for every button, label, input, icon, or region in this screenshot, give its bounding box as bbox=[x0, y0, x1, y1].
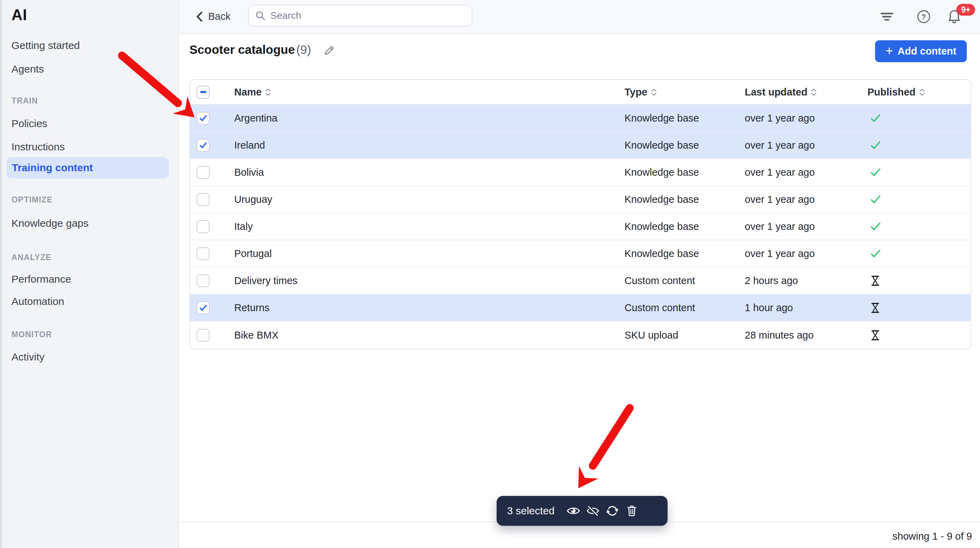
delete-button[interactable] bbox=[622, 501, 641, 521]
page-title: Scooter catalogue bbox=[189, 43, 295, 57]
pagination-status: showing 1 - 9 of 9 bbox=[892, 531, 972, 542]
table-row[interactable]: Returns Custom content 1 hour ago bbox=[190, 294, 970, 322]
sidebar-item-instructions[interactable]: Instructions bbox=[0, 135, 178, 158]
row-last-updated: over 1 year ago bbox=[745, 248, 867, 259]
row-last-updated: over 1 year ago bbox=[745, 140, 867, 151]
eye-icon bbox=[566, 505, 581, 516]
selection-toolbar: 3 selected bbox=[496, 496, 668, 526]
sidebar: AI Getting started Agents TRAIN Policies… bbox=[0, 0, 179, 548]
published-check-icon bbox=[870, 194, 881, 205]
table-row[interactable]: Delivery times Custom content 2 hours ag… bbox=[190, 267, 970, 294]
column-header-last-updated[interactable]: Last updated bbox=[745, 86, 867, 98]
edit-title-button[interactable] bbox=[323, 44, 335, 56]
pending-hourglass-icon bbox=[870, 302, 881, 314]
table-row[interactable]: Argentina Knowledge base over 1 year ago bbox=[190, 105, 970, 132]
column-header-published[interactable]: Published bbox=[867, 86, 970, 98]
retrain-button[interactable] bbox=[603, 501, 622, 521]
plus-icon: + bbox=[886, 44, 893, 57]
back-label: Back bbox=[208, 11, 231, 22]
search-box[interactable] bbox=[248, 5, 472, 26]
sort-icon bbox=[919, 89, 925, 96]
row-last-updated: 1 hour ago bbox=[745, 302, 867, 314]
row-checkbox[interactable] bbox=[197, 193, 210, 206]
page-count: (9) bbox=[296, 43, 311, 57]
row-type: Knowledge base bbox=[625, 140, 745, 151]
row-type: Knowledge base bbox=[625, 113, 745, 124]
eye-off-icon bbox=[586, 505, 600, 517]
search-icon bbox=[255, 10, 266, 21]
sidebar-section-optimize: OPTIMIZE bbox=[0, 194, 178, 205]
sidebar-section-monitor: MONITOR bbox=[0, 329, 178, 340]
published-check-icon bbox=[870, 140, 881, 151]
table-row[interactable]: Portugal Knowledge base over 1 year ago bbox=[190, 240, 970, 267]
selection-count: 3 selected bbox=[507, 505, 555, 517]
row-name: Uruguay bbox=[234, 194, 625, 205]
row-type: Custom content bbox=[625, 275, 745, 286]
row-checkbox[interactable] bbox=[197, 302, 210, 314]
row-checkbox[interactable] bbox=[197, 247, 210, 260]
sidebar-section-analyze: ANALYZE bbox=[0, 252, 178, 263]
table-row[interactable]: Italy Knowledge base over 1 year ago bbox=[190, 213, 970, 240]
select-all-checkbox[interactable] bbox=[197, 86, 210, 98]
help-button[interactable]: ? bbox=[915, 0, 932, 33]
row-checkbox[interactable] bbox=[197, 139, 210, 152]
row-checkbox[interactable] bbox=[197, 220, 210, 233]
pending-hourglass-icon bbox=[870, 329, 881, 342]
table-row[interactable]: Ireland Knowledge base over 1 year ago bbox=[190, 132, 970, 159]
row-last-updated: over 1 year ago bbox=[745, 221, 867, 232]
trash-icon bbox=[625, 504, 638, 518]
indeterminate-dash-icon bbox=[200, 91, 207, 93]
table-row[interactable]: Bike BMX SKU upload 28 minutes ago bbox=[190, 322, 970, 349]
sidebar-item-performance[interactable]: Performance bbox=[0, 268, 178, 291]
sidebar-item-activity[interactable]: Activity bbox=[0, 346, 178, 369]
sidebar-item-policies[interactable]: Policies bbox=[0, 112, 178, 135]
sidebar-item-knowledge-gaps[interactable]: Knowledge gaps bbox=[0, 212, 178, 235]
published-check-icon bbox=[870, 221, 881, 232]
publish-button[interactable] bbox=[564, 501, 583, 521]
table-header-row: Name Type Last updated bbox=[190, 80, 970, 105]
row-checkbox[interactable] bbox=[197, 274, 210, 287]
column-header-type[interactable]: Type bbox=[625, 86, 745, 98]
row-name: Bike BMX bbox=[234, 330, 625, 341]
notification-badge: 9+ bbox=[956, 4, 975, 16]
sidebar-item-automation[interactable]: Automation bbox=[0, 290, 178, 313]
filter-icon bbox=[879, 10, 894, 24]
row-name: Delivery times bbox=[234, 275, 625, 286]
topbar: Back ? bbox=[179, 0, 980, 34]
search-input[interactable] bbox=[270, 10, 465, 21]
sidebar-item-agents[interactable]: Agents bbox=[0, 58, 178, 81]
sidebar-section-train: TRAIN bbox=[0, 95, 178, 106]
row-last-updated: over 1 year ago bbox=[745, 113, 867, 124]
sort-icon bbox=[651, 89, 657, 96]
sidebar-item-training-content-active[interactable]: Training content bbox=[6, 157, 169, 178]
sidebar-item-getting-started[interactable]: Getting started bbox=[0, 34, 178, 57]
add-content-button[interactable]: + Add content bbox=[875, 40, 967, 62]
table-row[interactable]: Uruguay Knowledge base over 1 year ago bbox=[190, 186, 970, 213]
training-content-table: Name Type Last updated bbox=[189, 79, 971, 349]
table-body: Argentina Knowledge base over 1 year ago… bbox=[190, 105, 970, 349]
page-head: Scooter catalogue (9) + Add content bbox=[179, 34, 980, 79]
row-checkbox[interactable] bbox=[197, 329, 210, 342]
table-row[interactable]: Bolivia Knowledge base over 1 year ago bbox=[190, 159, 970, 186]
row-checkbox[interactable] bbox=[197, 112, 210, 125]
check-icon bbox=[199, 114, 208, 123]
back-button[interactable]: Back bbox=[195, 0, 231, 33]
sync-icon bbox=[605, 504, 620, 518]
window-edge bbox=[0, 0, 3, 548]
row-last-updated: over 1 year ago bbox=[745, 194, 867, 205]
sort-icon bbox=[811, 89, 817, 96]
row-checkbox[interactable] bbox=[197, 166, 210, 179]
row-type: Knowledge base bbox=[625, 167, 745, 178]
check-icon bbox=[199, 141, 208, 150]
row-name: Bolivia bbox=[234, 167, 625, 178]
published-check-icon bbox=[870, 113, 881, 124]
row-type: SKU upload bbox=[625, 330, 745, 341]
row-type: Custom content bbox=[625, 302, 745, 314]
filter-button[interactable] bbox=[878, 0, 895, 33]
row-type: Knowledge base bbox=[625, 221, 745, 232]
row-type: Knowledge base bbox=[625, 248, 745, 259]
unpublish-button[interactable] bbox=[583, 501, 603, 521]
column-header-name[interactable]: Name bbox=[234, 86, 625, 98]
svg-text:?: ? bbox=[921, 13, 926, 21]
row-last-updated: over 1 year ago bbox=[745, 167, 867, 178]
